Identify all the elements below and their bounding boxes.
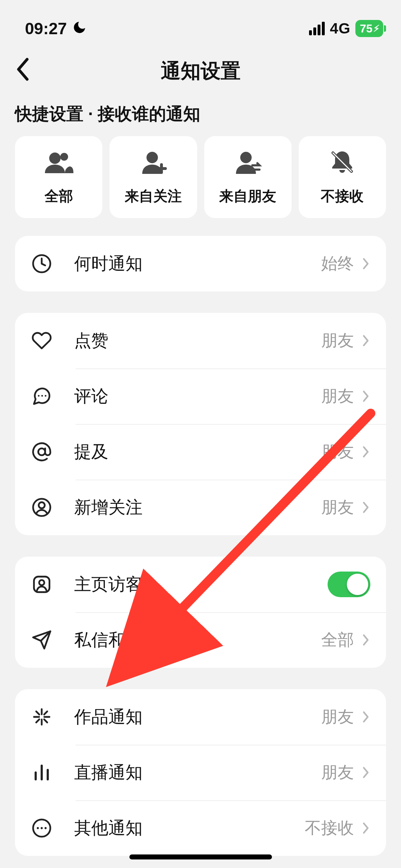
dnd-moon-icon	[72, 20, 87, 38]
row-label: 新增关注	[74, 496, 321, 519]
row-comments[interactable]: 评论 朋友	[15, 368, 386, 424]
row-value: 朋友	[321, 761, 354, 784]
row-label: 主页访客	[74, 573, 328, 596]
chevron-right-icon	[360, 633, 370, 647]
row-label: 提及	[74, 440, 321, 463]
chevron-right-icon	[360, 821, 370, 835]
svg-point-29	[37, 827, 39, 829]
settings-group-when: 何时通知 始终	[15, 236, 386, 291]
row-live-notify[interactable]: 直播通知 朋友	[15, 745, 386, 800]
network-label: 4G	[330, 20, 350, 37]
row-label: 何时通知	[74, 252, 321, 275]
person-plus-icon	[137, 149, 169, 177]
status-right: 4G 75⚡︎	[309, 20, 383, 37]
svg-line-24	[44, 712, 47, 715]
quick-card-label: 来自朋友	[219, 186, 276, 206]
row-when-notify[interactable]: 何时通知 始终	[15, 236, 386, 291]
svg-point-12	[38, 448, 45, 455]
svg-point-9	[38, 395, 40, 397]
quick-settings-row: 全部 来自关注 来自朋友	[0, 136, 401, 236]
chevron-right-icon	[360, 445, 370, 459]
quick-card-following[interactable]: 来自关注	[109, 136, 197, 218]
status-left: 09:27	[25, 19, 87, 38]
people-icon	[43, 149, 75, 177]
charging-bolt-icon: ⚡︎	[373, 23, 380, 34]
row-value: 不接收	[305, 817, 354, 839]
user-circle-icon	[29, 495, 54, 520]
settings-group-interactions: 点赞 朋友 评论 朋友 提及 朋友 新增关注 朋友	[15, 313, 386, 535]
row-value: 朋友	[321, 441, 354, 463]
clock-icon	[29, 251, 54, 276]
row-likes[interactable]: 点赞 朋友	[15, 313, 386, 368]
row-label: 其他通知	[74, 817, 305, 839]
svg-point-14	[39, 502, 45, 508]
svg-line-23	[36, 719, 40, 723]
svg-line-21	[36, 712, 40, 715]
chevron-right-icon	[360, 389, 370, 403]
chevron-right-icon	[360, 500, 370, 515]
svg-point-16	[39, 580, 45, 585]
comment-icon	[29, 384, 54, 409]
visitor-toggle[interactable]	[328, 572, 370, 597]
row-label: 作品通知	[74, 706, 321, 728]
row-value: 朋友	[321, 706, 354, 728]
svg-line-22	[44, 719, 47, 723]
quick-card-label: 来自关注	[125, 186, 182, 206]
chevron-right-icon	[360, 334, 370, 348]
page-title: 通知设置	[161, 58, 241, 85]
svg-point-11	[45, 395, 46, 397]
person-swap-icon	[232, 149, 264, 177]
row-profile-visitors[interactable]: 主页访客	[15, 557, 386, 612]
battery-percent: 75	[360, 22, 372, 35]
settings-group-content: 作品通知 朋友 直播通知 朋友 其他通知 不接收	[15, 689, 386, 856]
row-value: 朋友	[321, 330, 354, 352]
row-label: 点赞	[74, 329, 321, 352]
row-dm-calls[interactable]: 私信和通话 全部	[15, 612, 386, 668]
row-label: 直播通知	[74, 761, 321, 784]
status-time: 09:27	[25, 19, 67, 38]
more-circle-icon	[29, 816, 54, 841]
svg-point-10	[41, 395, 43, 397]
send-icon	[29, 627, 54, 652]
home-indicator	[129, 854, 272, 859]
row-works-notify[interactable]: 作品通知 朋友	[15, 689, 386, 745]
chevron-right-icon	[360, 765, 370, 780]
battery-indicator: 75⚡︎	[355, 20, 383, 37]
cellular-signal-icon	[309, 22, 325, 35]
svg-point-2	[146, 152, 158, 163]
row-new-follows[interactable]: 新增关注 朋友	[15, 480, 386, 535]
status-bar: 09:27 4G 75⚡︎	[0, 0, 401, 46]
quick-card-friends[interactable]: 来自朋友	[204, 136, 292, 218]
chevron-right-icon	[360, 257, 370, 271]
row-value: 始终	[321, 253, 354, 275]
quick-card-none[interactable]: 不接收	[299, 136, 386, 218]
svg-point-30	[41, 827, 43, 829]
svg-point-31	[45, 827, 47, 829]
row-mentions[interactable]: 提及 朋友	[15, 424, 386, 480]
row-label: 评论	[74, 385, 321, 408]
sparkle-icon	[29, 704, 54, 729]
quick-card-all[interactable]: 全部	[15, 136, 102, 218]
nav-header: 通知设置	[0, 46, 401, 96]
svg-point-1	[60, 153, 68, 161]
svg-point-0	[49, 153, 61, 164]
chevron-right-icon	[360, 710, 370, 724]
bar-chart-icon	[29, 760, 54, 785]
settings-group-profile: 主页访客 私信和通话 全部	[15, 557, 386, 668]
at-icon	[29, 439, 54, 464]
profile-card-icon	[29, 572, 54, 597]
back-button[interactable]	[14, 57, 31, 86]
quick-card-label: 不接收	[321, 186, 364, 206]
section-heading: 快捷设置 · 接收谁的通知	[0, 96, 401, 136]
row-value: 全部	[321, 629, 354, 651]
row-label: 私信和通话	[74, 629, 321, 651]
svg-point-5	[240, 152, 252, 163]
heart-icon	[29, 328, 54, 353]
row-other-notify[interactable]: 其他通知 不接收	[15, 800, 386, 856]
row-value: 朋友	[321, 385, 354, 407]
quick-card-label: 全部	[45, 186, 73, 206]
bell-off-icon	[326, 149, 358, 177]
row-value: 朋友	[321, 496, 354, 518]
